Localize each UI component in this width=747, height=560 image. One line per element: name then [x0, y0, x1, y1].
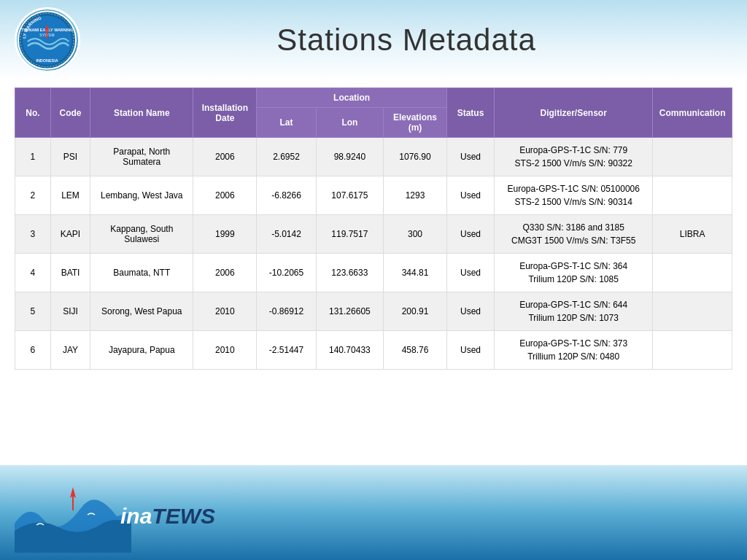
- cell-communication: [653, 138, 732, 176]
- cell-digitizer: Europa-GPS-T-1C S/N: 373Trillium 120P S/…: [495, 331, 653, 370]
- cell-no: 5: [15, 292, 51, 331]
- cell-digitizer: Europa-GPS-T-1C S/N: 364Trilium 120P S/N…: [495, 254, 653, 292]
- cell-status: Used: [446, 215, 494, 254]
- cell-lon: 123.6633: [316, 254, 383, 292]
- cell-code: SIJI: [50, 292, 90, 331]
- th-digitizer-sensor: Digitizer/Sensor: [495, 88, 653, 138]
- cell-status: Used: [446, 292, 494, 331]
- table-row: 3 KAPI Kappang, South Sulawesi 1999 -5.0…: [15, 215, 732, 254]
- svg-rect-6: [47, 30, 48, 39]
- cell-installation-date: 2010: [193, 331, 257, 370]
- cell-code: LEM: [50, 176, 90, 215]
- footer-wave-graphic: [15, 480, 131, 553]
- cell-station-name: Lembang, West Java: [90, 176, 193, 215]
- footer: ina TEWS: [0, 465, 747, 560]
- cell-no: 4: [15, 254, 51, 292]
- main-content: No. Code Station Name Installation Date …: [0, 80, 747, 377]
- cell-lon: 140.70433: [316, 331, 383, 370]
- th-location: Location: [257, 88, 447, 108]
- cell-code: KAPI: [50, 215, 90, 254]
- table-row: 2 LEM Lembang, West Java 2006 -6.8266 10…: [15, 176, 732, 215]
- stations-table: No. Code Station Name Installation Date …: [15, 88, 732, 370]
- th-communication: Communication: [653, 88, 732, 138]
- cell-no: 1: [15, 138, 51, 176]
- page-title: Stations Metadata: [80, 23, 732, 58]
- cell-installation-date: 2006: [193, 176, 257, 215]
- cell-installation-date: 2010: [193, 292, 257, 331]
- cell-elevations: 1293: [384, 176, 447, 215]
- cell-station-name: Baumata, NTT: [90, 254, 193, 292]
- th-code: Code: [50, 88, 90, 138]
- cell-installation-date: 2006: [193, 254, 257, 292]
- cell-lat: -10.2065: [257, 254, 316, 292]
- cell-status: Used: [446, 331, 494, 370]
- cell-station-name: Parapat, North Sumatera: [90, 138, 193, 176]
- cell-installation-date: 2006: [193, 138, 257, 176]
- cell-lat: -6.8266: [257, 176, 316, 215]
- cell-lon: 131.26605: [316, 292, 383, 331]
- th-station-name: Station Name: [90, 88, 193, 138]
- cell-elevations: 300: [384, 215, 447, 254]
- cell-communication: [653, 254, 732, 292]
- th-status: Status: [446, 88, 494, 138]
- cell-elevations: 200.91: [384, 292, 447, 331]
- cell-elevations: 458.76: [384, 331, 447, 370]
- cell-elevations: 1076.90: [384, 138, 447, 176]
- cell-digitizer: Europa-GPS-T-1C S/N: 779STS-2 1500 V/m/s…: [495, 138, 653, 176]
- cell-lat: 2.6952: [257, 138, 316, 176]
- cell-lat: -2.51447: [257, 331, 316, 370]
- logo: TSUNAMI EARLY WARNING TSUNAMI EARLY WARN…: [15, 7, 80, 73]
- cell-code: PSI: [50, 138, 90, 176]
- cell-status: Used: [446, 254, 494, 292]
- footer-logo: ina TEWS: [15, 480, 215, 553]
- svg-rect-11: [72, 496, 74, 510]
- cell-communication: [653, 176, 732, 215]
- cell-status: Used: [446, 176, 494, 215]
- ina-text: ina: [120, 504, 152, 529]
- cell-lat: -0.86912: [257, 292, 316, 331]
- cell-communication: [653, 331, 732, 370]
- cell-no: 6: [15, 331, 51, 370]
- cell-communication: [653, 292, 732, 331]
- cell-station-name: Kappang, South Sulawesi: [90, 215, 193, 254]
- header: TSUNAMI EARLY WARNING TSUNAMI EARLY WARN…: [0, 0, 747, 80]
- table-row: 4 BATI Baumata, NTT 2006 -10.2065 123.66…: [15, 254, 732, 292]
- cell-communication: LIBRA: [653, 215, 732, 254]
- cell-station-name: Jayapura, Papua: [90, 331, 193, 370]
- cell-code: BATI: [50, 254, 90, 292]
- table-row: 1 PSI Parapat, North Sumatera 2006 2.695…: [15, 138, 732, 176]
- th-elevations: Elevations (m): [384, 108, 447, 138]
- cell-digitizer: Europa-GPS-T-1C S/N: 05100006STS-2 1500 …: [495, 176, 653, 215]
- cell-lon: 98.9240: [316, 138, 383, 176]
- cell-no: 3: [15, 215, 51, 254]
- cell-digitizer: Q330 S/N: 3186 and 3185CMG3T 1500 V/m/s …: [495, 215, 653, 254]
- svg-text:INDONESIA: INDONESIA: [36, 58, 58, 62]
- table-row: 5 SIJI Sorong, West Papua 2010 -0.86912 …: [15, 292, 732, 331]
- cell-station-name: Sorong, West Papua: [90, 292, 193, 331]
- cell-no: 2: [15, 176, 51, 215]
- footer-text: ina TEWS: [120, 504, 215, 529]
- cell-digitizer: Europa-GPS-T-1C S/N: 644Trilium 120P S/N…: [495, 292, 653, 331]
- table-row: 6 JAY Jayapura, Papua 2010 -2.51447 140.…: [15, 331, 732, 370]
- cell-status: Used: [446, 138, 494, 176]
- cell-lon: 119.7517: [316, 215, 383, 254]
- th-lat: Lat: [257, 108, 316, 138]
- cell-code: JAY: [50, 331, 90, 370]
- cell-lat: -5.0142: [257, 215, 316, 254]
- th-installation-date: Installation Date: [193, 88, 257, 138]
- th-lon: Lon: [316, 108, 383, 138]
- cell-elevations: 344.81: [384, 254, 447, 292]
- th-no: No.: [15, 88, 51, 138]
- tews-text: TEWS: [152, 504, 215, 529]
- cell-lon: 107.6175: [316, 176, 383, 215]
- cell-installation-date: 1999: [193, 215, 257, 254]
